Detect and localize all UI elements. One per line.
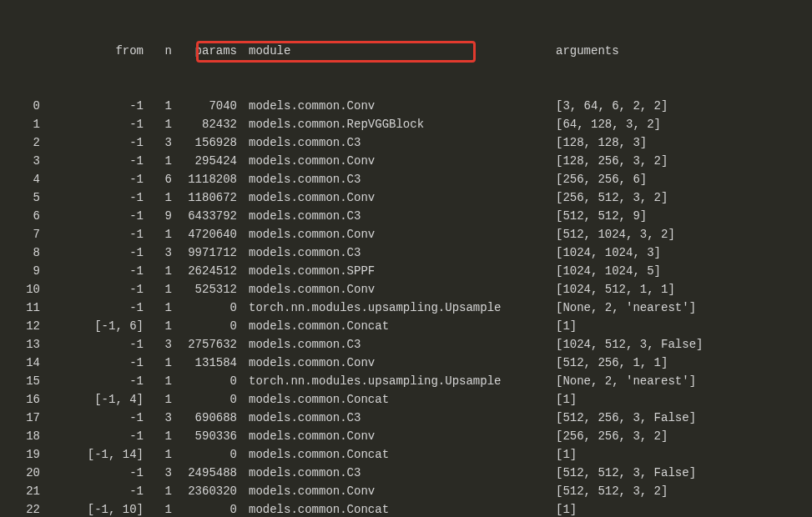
from-cell: [-1, 4] (42, 390, 145, 409)
module-cell: torch.nn.modules.upsampling.Upsample (249, 372, 556, 390)
hdr-args: arguments (556, 42, 810, 60)
args-cell: [128, 128, 3] (556, 133, 810, 152)
from-cell: -1 (42, 299, 145, 317)
idx-cell: 13 (2, 335, 42, 354)
module-cell: models.common.Conv (249, 427, 556, 445)
n-cell: 1 (145, 427, 174, 445)
idx-cell: 4 (2, 170, 42, 188)
params-cell: 7040 (174, 97, 239, 115)
params-cell: 525312 (174, 280, 239, 299)
table-header: . from n params module arguments (2, 42, 810, 60)
from-cell: -1 (42, 115, 145, 133)
n-cell: 9 (145, 207, 174, 225)
from-cell: [-1, 14] (42, 445, 145, 464)
module-cell: models.common.C3 (249, 243, 556, 262)
args-cell: [1] (556, 445, 810, 464)
params-cell: 690688 (174, 409, 239, 427)
args-cell: [512, 512, 9] (556, 207, 810, 225)
args-cell: [3, 64, 6, 2, 2] (556, 97, 810, 115)
params-cell: 2495488 (174, 464, 239, 482)
module-cell: models.common.Conv (249, 97, 556, 115)
params-cell: 0 (174, 500, 239, 517)
params-cell: 590336 (174, 427, 239, 445)
table-row: 19[-1, 14]10models.common.Concat[1] (2, 445, 810, 464)
table-row: 15-110torch.nn.modules.upsampling.Upsamp… (2, 372, 810, 390)
idx-cell: 18 (2, 427, 42, 445)
hdr-n: n (145, 42, 174, 60)
module-cell: models.common.Concat (249, 390, 556, 409)
n-cell: 1 (145, 97, 174, 115)
terminal-output: . from n params module arguments 0-11704… (0, 0, 812, 517)
n-cell: 1 (145, 188, 174, 207)
idx-cell: 16 (2, 390, 42, 409)
n-cell: 1 (145, 280, 174, 299)
n-cell: 1 (145, 225, 174, 243)
n-cell: 3 (145, 133, 174, 152)
idx-cell: 2 (2, 133, 42, 152)
args-cell: [512, 256, 1, 1] (556, 354, 810, 372)
args-cell: [64, 128, 3, 2] (556, 115, 810, 133)
n-cell: 1 (145, 115, 174, 133)
idx-cell: 12 (2, 317, 42, 335)
table-row: 7-114720640models.common.Conv[512, 1024,… (2, 225, 810, 243)
module-cell: models.common.C3 (249, 409, 556, 427)
table-row: 2-13156928models.common.C3[128, 128, 3] (2, 133, 810, 152)
module-cell: models.common.Conv (249, 152, 556, 170)
args-cell: [1024, 512, 3, False] (556, 335, 810, 354)
idx-cell: 10 (2, 280, 42, 299)
params-cell: 131584 (174, 354, 239, 372)
from-cell: [-1, 6] (42, 317, 145, 335)
n-cell: 1 (145, 152, 174, 170)
module-cell: models.common.Conv (249, 354, 556, 372)
args-cell: [128, 256, 3, 2] (556, 152, 810, 170)
table-row: 14-11131584models.common.Conv[512, 256, … (2, 354, 810, 372)
params-cell: 295424 (174, 152, 239, 170)
module-cell: models.common.C3 (249, 335, 556, 354)
n-cell: 6 (145, 170, 174, 188)
table-row: 4-161118208models.common.C3[256, 256, 6] (2, 170, 810, 188)
module-cell: models.common.C3 (249, 207, 556, 225)
table-row: 22[-1, 10]10models.common.Concat[1] (2, 500, 810, 517)
args-cell: [1024, 512, 1, 1] (556, 280, 810, 299)
idx-cell: 14 (2, 354, 42, 372)
module-cell: models.common.Concat (249, 500, 556, 517)
table-body: 0-117040models.common.Conv[3, 64, 6, 2, … (2, 97, 810, 517)
n-cell: 1 (145, 500, 174, 517)
table-row: 1-1182432models.common.RepVGGBlock[64, 1… (2, 115, 810, 133)
n-cell: 1 (145, 354, 174, 372)
table-row: 6-196433792models.common.C3[512, 512, 9] (2, 207, 810, 225)
idx-cell: 3 (2, 152, 42, 170)
args-cell: [512, 1024, 3, 2] (556, 225, 810, 243)
idx-cell: 1 (2, 115, 42, 133)
idx-cell: 6 (2, 207, 42, 225)
from-cell: -1 (42, 133, 145, 152)
from-cell: -1 (42, 97, 145, 115)
params-cell: 0 (174, 390, 239, 409)
table-row: 9-112624512models.common.SPPF[1024, 1024… (2, 262, 810, 280)
idx-cell: 21 (2, 482, 42, 500)
params-cell: 156928 (174, 133, 239, 152)
params-cell: 9971712 (174, 243, 239, 262)
n-cell: 3 (145, 243, 174, 262)
idx-cell: 0 (2, 97, 42, 115)
args-cell: [256, 256, 3, 2] (556, 427, 810, 445)
module-cell: models.common.Conv (249, 188, 556, 207)
args-cell: [1024, 1024, 5] (556, 262, 810, 280)
from-cell: -1 (42, 482, 145, 500)
n-cell: 3 (145, 409, 174, 427)
n-cell: 1 (145, 390, 174, 409)
from-cell: -1 (42, 280, 145, 299)
n-cell: 1 (145, 262, 174, 280)
hdr-params: params (174, 42, 239, 60)
module-cell: torch.nn.modules.upsampling.Upsample (249, 299, 556, 317)
from-cell: -1 (42, 409, 145, 427)
params-cell: 2360320 (174, 482, 239, 500)
table-row: 0-117040models.common.Conv[3, 64, 6, 2, … (2, 97, 810, 115)
module-cell: models.common.Concat (249, 445, 556, 464)
args-cell: [256, 512, 3, 2] (556, 188, 810, 207)
table-row: 8-139971712models.common.C3[1024, 1024, … (2, 243, 810, 262)
params-cell: 6433792 (174, 207, 239, 225)
idx-cell: 20 (2, 464, 42, 482)
params-cell: 2757632 (174, 335, 239, 354)
table-row: 20-132495488models.common.C3[512, 512, 3… (2, 464, 810, 482)
